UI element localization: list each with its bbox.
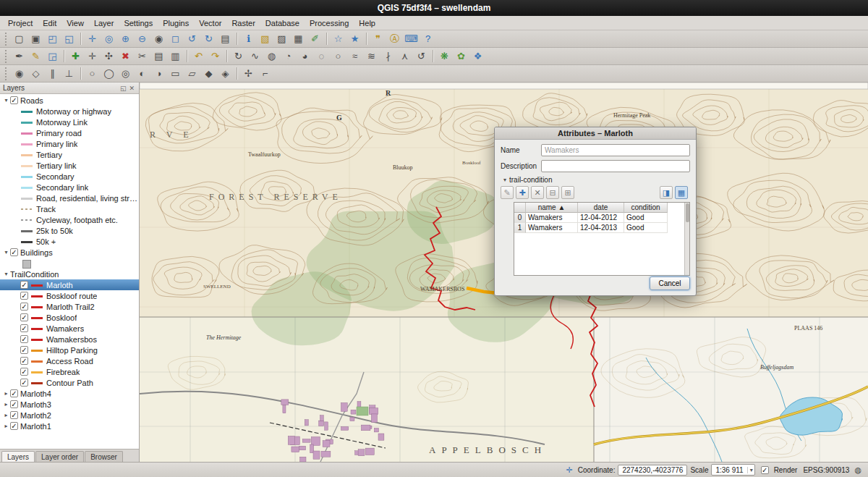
add-feature-icon[interactable]: ✚ (68, 48, 83, 64)
pan-to-selection-icon[interactable]: ◎ (101, 31, 116, 46)
layer-item-wamakersbos[interactable]: ✓Wamakersbos (0, 334, 139, 345)
merge-features-icon[interactable]: ⋏ (397, 48, 412, 64)
perpendicular-line-icon[interactable]: ⊥ (61, 66, 77, 81)
trail-condition-section[interactable]: ▾ trail-condition (501, 176, 690, 184)
toggle-editing-icon[interactable]: ✎ (28, 48, 43, 64)
show-bookmarks-icon[interactable]: ★ (347, 31, 362, 46)
delete-ring-icon[interactable]: ◌ (314, 48, 329, 64)
expander-icon[interactable]: ▸ (2, 401, 10, 408)
layer-item-25k-to-50k[interactable]: 25k to 50k (0, 225, 139, 236)
name-input[interactable] (541, 144, 690, 156)
rotate-point-symbols-icon[interactable]: ↺ (414, 48, 429, 64)
rectangle-extent-icon[interactable]: ▭ (168, 66, 183, 81)
layer-item-boskloof[interactable]: ✓Boskloof (0, 312, 139, 323)
copy-features-icon[interactable]: ▤ (151, 48, 166, 64)
select-rectangle-icon[interactable]: ▧ (258, 31, 273, 46)
layer-checkbox[interactable]: ✓ (10, 248, 18, 256)
save-layer-edits-icon[interactable]: ◲ (45, 48, 60, 64)
deselect-all-icon[interactable]: ▨ (274, 31, 289, 46)
layer-checkbox[interactable]: ✓ (20, 379, 28, 387)
trim-extend-icon[interactable]: ⌐ (258, 66, 273, 81)
row-index[interactable]: 0 (514, 213, 526, 223)
layer-item-wamakers[interactable]: ✓Wamakers (0, 323, 139, 334)
crs-indicator[interactable]: EPSG:900913 (803, 466, 849, 474)
coordinate-value[interactable]: 2274230,-4023776 (618, 465, 687, 476)
add-ring-icon[interactable]: ◍ (264, 48, 279, 64)
panel-tab-browser[interactable]: Browser (85, 451, 123, 462)
reshape-features-icon[interactable]: ≈ (347, 48, 362, 64)
grass-tools-icon[interactable]: ✿ (454, 48, 469, 64)
table-cell[interactable]: Good (624, 213, 668, 223)
paste-features-icon[interactable]: ▥ (168, 48, 183, 64)
cancel-button[interactable]: Cancel (650, 277, 690, 290)
construction-mode-icon[interactable]: ◇ (28, 66, 43, 81)
table-cell[interactable]: Good (624, 223, 668, 233)
layer-item-tertiary-link[interactable]: Tertiary link (0, 160, 139, 171)
offset-curve-icon[interactable]: ≋ (364, 48, 379, 64)
layer-item-symbol[interactable] (0, 258, 139, 269)
move-feature-icon[interactable]: ✛ (85, 48, 100, 64)
rectangle-3points-icon[interactable]: ▱ (184, 66, 200, 81)
redo-icon[interactable]: ↷ (208, 48, 223, 64)
open-attribute-table-icon[interactable]: ▦ (291, 31, 306, 46)
zoom-actual-icon[interactable]: ◉ (151, 31, 166, 46)
float-panel-icon[interactable]: ◱ (119, 85, 128, 92)
layer-item-motorway-link[interactable]: Motorway Link (0, 117, 139, 127)
layer-checkbox[interactable]: ✓ (20, 281, 28, 289)
scale-combo[interactable]: 1:36 911 ▾ (711, 464, 754, 476)
python-console-icon[interactable]: ⌨ (404, 31, 419, 46)
labeling-icon[interactable]: Ⓐ (387, 31, 402, 46)
layer-item-trailcondition[interactable]: ▾TrailCondition (0, 269, 139, 279)
edit-record-icon[interactable]: ✎ (501, 186, 514, 199)
panel-tab-layer-order[interactable]: Layer order (35, 451, 84, 462)
layer-item-cycleway-footpath-etc[interactable]: Cycleway, footpath etc. (0, 214, 139, 225)
zoom-next-icon[interactable]: ↻ (201, 31, 216, 46)
delete-part-icon[interactable]: ○ (331, 48, 346, 64)
table-vscrollbar[interactable] (684, 203, 689, 275)
save-project-icon[interactable]: ◰ (45, 31, 60, 46)
layer-item-tertiary[interactable]: Tertiary (0, 149, 139, 160)
layer-item-firebreak[interactable]: ✓Firebreak (0, 366, 139, 377)
section-expander-icon[interactable]: ▾ (501, 177, 509, 183)
layer-item-track[interactable]: Track (0, 203, 139, 214)
layer-checkbox[interactable]: ✓ (20, 335, 28, 343)
plugin-manager-icon[interactable]: ❋ (437, 48, 452, 64)
layer-item-hilltop-parking[interactable]: ✓Hilltop Parking (0, 345, 139, 355)
crs-status-icon[interactable]: ◍ (854, 465, 861, 475)
simplify-feature-icon[interactable]: ∿ (247, 48, 263, 64)
advanced-digitizing-icon[interactable]: ◉ (12, 66, 27, 81)
layer-checkbox[interactable]: ✓ (20, 303, 28, 311)
fill-ring-icon[interactable]: ◕ (297, 48, 312, 64)
menu-layer[interactable]: Layer (89, 17, 119, 29)
delete-selected-icon[interactable]: ✖ (118, 48, 133, 64)
add-record-icon[interactable]: ✚ (516, 186, 529, 199)
table-cell[interactable]: Wamakers (526, 223, 578, 233)
column-header-condition[interactable]: condition (624, 203, 668, 213)
layer-item-access-road[interactable]: ✓Access Road (0, 355, 139, 366)
layer-item-buildings[interactable]: ▾✓Buildings (0, 247, 139, 258)
zoom-last-icon[interactable]: ↺ (184, 31, 200, 46)
current-edits-icon[interactable]: ✒ (12, 48, 27, 64)
expand-record-icon[interactable]: ⊞ (561, 186, 574, 199)
rotate-feature-icon[interactable]: ↻ (231, 48, 246, 64)
layer-item-marloth2[interactable]: ▸✓Marloth2 (0, 410, 139, 421)
new-project-icon[interactable]: ▢ (12, 31, 27, 46)
circle-3points-icon[interactable]: ◯ (101, 66, 116, 81)
close-panel-icon[interactable]: ✕ (127, 85, 136, 92)
zoom-full-icon[interactable]: ◻ (168, 31, 183, 46)
regular-polygon-icon[interactable]: ◆ (201, 66, 216, 81)
coordinate-capture-icon[interactable]: ✛ (566, 465, 573, 475)
toolbar-handle[interactable] (5, 50, 9, 63)
layer-checkbox[interactable]: ✓ (20, 357, 28, 365)
toolbar-handle[interactable] (5, 67, 9, 80)
split-features-icon[interactable]: ∤ (380, 48, 396, 64)
python-plugin-icon[interactable]: ❖ (470, 48, 485, 64)
help-contents-icon[interactable]: ? (420, 31, 435, 46)
ellipse-extent-icon[interactable]: ◑ (151, 66, 166, 81)
render-checkbox[interactable]: ✓ (761, 466, 769, 474)
layer-item-road-residential-living-street-etc[interactable]: Road, residential, living street, etc. (0, 193, 139, 203)
add-part-icon[interactable]: ◔ (281, 48, 296, 64)
zoom-to-layer-icon[interactable]: ▤ (218, 31, 233, 46)
layer-checkbox[interactable]: ✓ (20, 324, 28, 332)
layer-item-marloth-trail2[interactable]: ✓Marloth Trail2 (0, 301, 139, 312)
